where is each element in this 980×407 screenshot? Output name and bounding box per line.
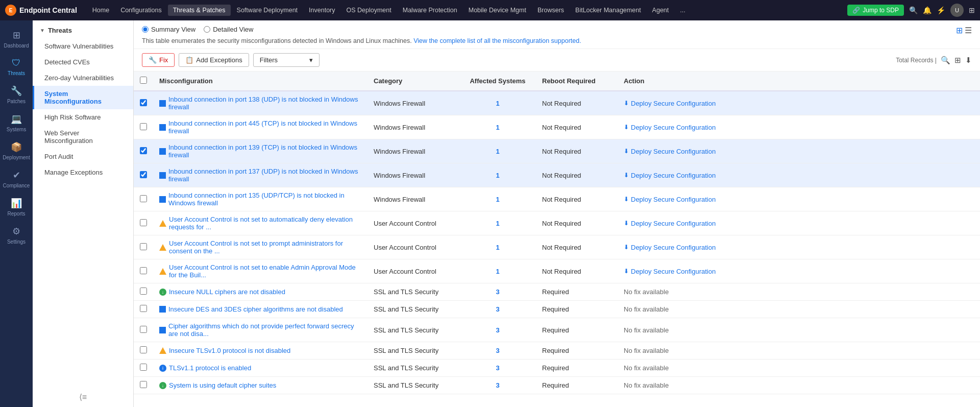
nav-malware[interactable]: Malware Protection	[398, 5, 462, 16]
deploy-secure-config-link[interactable]: ⬇ Deploy Secure Configuration	[624, 148, 974, 155]
nav-more[interactable]: ...	[675, 5, 690, 16]
row-checkbox[interactable]	[140, 147, 147, 154]
nav-zero-day[interactable]: Zero-day Vulnerabilities	[33, 70, 133, 86]
nav-home[interactable]: Home	[87, 5, 114, 16]
misconfiguration-link[interactable]: TLSv1.1 protocol is enabled	[169, 364, 251, 372]
deploy-secure-config-link[interactable]: ⬇ Deploy Secure Configuration	[624, 124, 974, 131]
nav-high-risk[interactable]: High Risk Software	[33, 109, 133, 125]
jump-sdp-button[interactable]: 🔗 Jump to SDP	[847, 5, 904, 16]
affected-systems-count[interactable]: 1	[496, 100, 499, 107]
misconfiguration-link[interactable]: View the complete list of all the miscon…	[413, 37, 581, 44]
row-checkbox[interactable]	[140, 326, 147, 333]
sidebar-item-patches[interactable]: 🔧 Patches	[0, 81, 33, 108]
misconfiguration-link[interactable]: Inbound connection in port 137 (UDP) is …	[168, 167, 361, 183]
sidebar-item-deployment[interactable]: 📦 Deployment	[0, 137, 33, 164]
deploy-secure-config-link[interactable]: ⬇ Deploy Secure Configuration	[624, 196, 974, 203]
row-checkbox[interactable]	[140, 171, 147, 178]
columns-icon[interactable]: ⊞	[954, 56, 961, 65]
row-checkbox[interactable]	[140, 364, 147, 371]
nav-port-audit[interactable]: Port Audit	[33, 149, 133, 164]
sidebar-item-settings[interactable]: ⚙ Settings	[0, 222, 33, 249]
nav-detected-cves[interactable]: Detected CVEs	[33, 54, 133, 70]
misconfiguration-link[interactable]: Cipher algorithms which do not provide p…	[168, 322, 361, 338]
sidebar-item-reports[interactable]: 📊 Reports	[0, 194, 33, 221]
logo[interactable]: E Endpoint Central	[5, 5, 77, 16]
nav-software-deployment[interactable]: Software Deployment	[232, 5, 303, 16]
misconfiguration-link[interactable]: User Account Control is not set to enabl…	[169, 264, 361, 279]
affected-systems-count[interactable]: 3	[496, 381, 499, 389]
nav-system-misconfigurations[interactable]: System Misconfigurations	[33, 86, 133, 109]
filters-dropdown[interactable]: Filters ▾	[253, 53, 320, 67]
misconfiguration-link[interactable]: Inbound connection in port 445 (TCP) is …	[168, 119, 361, 135]
deploy-secure-config-link[interactable]: ⬇ Deploy Secure Configuration	[624, 244, 974, 251]
detailed-view-label[interactable]: Detailed View	[204, 26, 253, 33]
affected-systems-count[interactable]: 1	[496, 196, 499, 203]
affected-systems-count[interactable]: 3	[496, 305, 499, 313]
sidebar-item-dashboard[interactable]: ⊞ Dashboard	[0, 26, 33, 53]
grid-icon[interactable]: ⊞	[969, 6, 975, 14]
collapse-icon[interactable]: ▼	[40, 28, 45, 33]
sidebar-item-systems[interactable]: 💻 Systems	[0, 109, 33, 136]
row-checkbox[interactable]	[140, 267, 147, 274]
avatar[interactable]: U	[950, 4, 964, 17]
row-checkbox[interactable]	[140, 123, 147, 130]
row-checkbox[interactable]	[140, 243, 147, 250]
search-records-icon[interactable]: 🔍	[941, 56, 950, 65]
affected-systems-count[interactable]: 1	[496, 124, 499, 131]
export-icon[interactable]: ⬇	[965, 56, 972, 65]
nav-os-deployment[interactable]: OS Deployment	[341, 5, 397, 16]
misconfiguration-link[interactable]: Insecure TLSv1.0 protocol is not disable…	[169, 347, 290, 354]
nav-mobile[interactable]: Mobile Device Mgmt	[463, 5, 531, 16]
lightning-icon[interactable]: ⚡	[937, 6, 945, 14]
row-checkbox[interactable]	[140, 288, 147, 295]
misconfiguration-link[interactable]: Inbound connection in port 139 (TCP) is …	[168, 143, 361, 159]
nav-browsers[interactable]: Browsers	[532, 5, 569, 16]
misconfiguration-link[interactable]: Insecure DES and 3DES cipher algorithms …	[168, 305, 343, 313]
notification-icon[interactable]: 🔔	[923, 6, 932, 14]
affected-systems-count[interactable]: 1	[496, 244, 499, 251]
deploy-secure-config-link[interactable]: ⬇ Deploy Secure Configuration	[624, 100, 974, 107]
affected-systems-count[interactable]: 1	[496, 268, 499, 275]
nav-inventory[interactable]: Inventory	[304, 5, 340, 16]
add-exceptions-button[interactable]: 📋 Add Exceptions	[179, 53, 249, 67]
affected-systems-count[interactable]: 3	[496, 288, 499, 296]
misconfiguration-link[interactable]: User Account Control is not set to autom…	[169, 216, 361, 231]
affected-systems-count[interactable]: 3	[496, 364, 499, 372]
search-icon[interactable]: 🔍	[909, 6, 918, 14]
row-checkbox[interactable]	[140, 99, 147, 106]
affected-systems-count[interactable]: 1	[496, 220, 499, 227]
nav-bitlocker[interactable]: BitLocker Management	[570, 5, 646, 16]
row-checkbox[interactable]	[140, 305, 147, 312]
nav-web-server[interactable]: Web Server Misconfiguration	[33, 125, 133, 149]
collapse-nav-button[interactable]: ⟨≡	[33, 387, 133, 407]
sidebar-item-threats[interactable]: 🛡 Threats	[0, 54, 33, 80]
nav-software-vulnerabilities[interactable]: Software Vulnerabilities	[33, 38, 133, 54]
affected-systems-count[interactable]: 1	[496, 148, 499, 155]
affected-systems-count[interactable]: 3	[496, 347, 499, 354]
nav-threats-patches[interactable]: Threats & Patches	[168, 5, 231, 16]
affected-systems-count[interactable]: 3	[496, 326, 499, 334]
select-all-checkbox[interactable]	[140, 77, 147, 84]
row-checkbox[interactable]	[140, 381, 147, 388]
deploy-secure-config-link[interactable]: ⬇ Deploy Secure Configuration	[624, 220, 974, 227]
nav-configurations[interactable]: Configurations	[115, 5, 167, 16]
grid-view-icon[interactable]: ⊞	[956, 26, 963, 35]
row-checkbox[interactable]	[140, 346, 147, 353]
nav-agent[interactable]: Agent	[647, 5, 674, 16]
misconfiguration-link[interactable]: Inbound connection in port 138 (UDP) is …	[168, 95, 361, 111]
list-view-icon[interactable]: ☰	[965, 26, 972, 35]
nav-manage-exceptions[interactable]: Manage Exceptions	[33, 164, 133, 180]
sidebar-item-compliance[interactable]: ✔ Compliance	[0, 165, 33, 193]
deploy-secure-config-link[interactable]: ⬇ Deploy Secure Configuration	[624, 172, 974, 179]
summary-view-label[interactable]: Summary View	[142, 26, 195, 33]
detailed-view-radio[interactable]	[204, 26, 210, 33]
deploy-secure-config-link[interactable]: ⬇ Deploy Secure Configuration	[624, 268, 974, 275]
summary-view-radio[interactable]	[142, 26, 149, 33]
fix-button[interactable]: 🔧 Fix	[142, 53, 175, 67]
misconfiguration-link[interactable]: Inbound connection in port 135 (UDP/TCP)…	[168, 191, 361, 207]
affected-systems-count[interactable]: 1	[496, 172, 499, 179]
row-checkbox[interactable]	[140, 219, 147, 226]
misconfiguration-link[interactable]: User Account Control is not set to promp…	[169, 240, 361, 255]
misconfiguration-link[interactable]: Insecure NULL ciphers are not disabled	[169, 288, 285, 296]
misconfiguration-link[interactable]: System is using default cipher suites	[169, 381, 276, 389]
